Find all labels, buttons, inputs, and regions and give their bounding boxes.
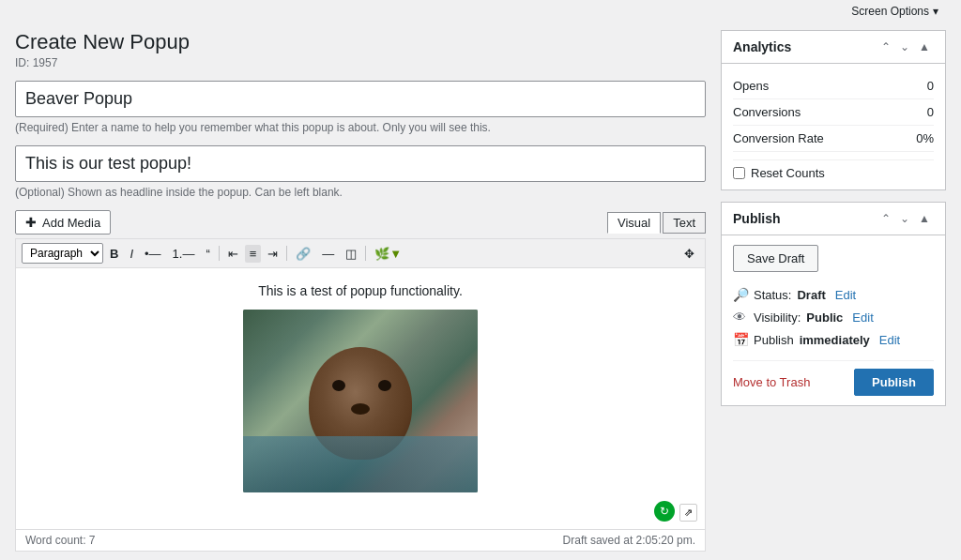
analytics-collapse-up-button[interactable]: ⌃ [877,38,894,55]
status-icon: 🔎 [733,287,748,302]
paragraph-select[interactable]: Paragraph [22,243,103,264]
screen-options-button[interactable]: Screen Options ▾ [844,3,946,20]
visibility-value: Public [806,310,843,325]
editor-area[interactable]: This is a test of popup functionality. ↻… [15,267,706,530]
tab-text[interactable]: Text [663,212,706,234]
publish-edit-link[interactable]: Edit [879,333,900,347]
conversion-rate-value: 0% [916,131,934,145]
analytics-conversion-rate-row: Conversion Rate 0% [733,126,934,152]
editor-footer: Word count: 7 Draft saved at 2:05:20 pm. [15,530,706,552]
word-count-label: Word count: [25,534,85,547]
draft-saved-notice: Draft saved at 2:05:20 pm. [563,534,695,547]
numbered-list-button[interactable]: 1.— [168,245,200,263]
analytics-box: Analytics ⌃ ⌄ ▲ Opens 0 Conversions 0 Co… [721,30,946,190]
sidebar-column: Analytics ⌃ ⌄ ▲ Opens 0 Conversions 0 Co… [721,30,946,552]
otter-water [243,436,478,492]
publish-title: Publish [733,211,781,226]
italic-button[interactable]: I [125,245,138,263]
schedule-icon: 📅 [733,332,748,347]
analytics-box-header: Analytics ⌃ ⌄ ▲ [722,31,945,64]
status-value: Draft [797,288,825,302]
publish-collapse-up-button[interactable]: ⌃ [877,210,894,227]
editor-content: This is a test of popup functionality. [31,283,690,298]
publish-schedule-row: 📅 Publish immediately Edit [733,328,934,351]
editor-expand-area: ⇗ [679,504,697,522]
refresh-icon[interactable]: ↻ [654,501,675,522]
visibility-label: Visibility: [754,310,801,325]
popup-headline-input[interactable] [15,145,706,182]
otter-nose [351,403,370,415]
opens-value: 0 [927,79,934,93]
tab-visual[interactable]: Visual [607,212,661,234]
analytics-conversions-row: Conversions 0 [733,99,934,126]
screen-options-label: Screen Options [851,5,929,18]
expand-button[interactable]: ✥ [679,245,699,263]
move-to-trash-link[interactable]: Move to Trash [733,375,810,389]
bullet-list-button[interactable]: •— [140,245,166,263]
word-count-value: 7 [89,534,96,547]
page-title: Create New Popup [15,30,706,54]
align-center-button[interactable]: ≡ [245,245,262,263]
reset-counts-row: Reset Counts [733,159,934,180]
publish-box-controls: ⌃ ⌄ ▲ [877,210,934,227]
otter-background [243,310,478,492]
plugin-button[interactable]: 🌿▼ [370,245,406,263]
publish-box: Publish ⌃ ⌄ ▲ Save Draft 🔎 Status: Draft… [721,202,946,406]
editor-toolbar-bar: ✚ Add Media Visual Text [15,210,706,235]
toolbar-divider-2 [286,246,287,261]
blockquote-button[interactable]: “ [201,245,214,263]
popup-name-input[interactable] [15,81,706,117]
name-field-hint: (Required) Enter a name to help you reme… [15,121,706,134]
toolbar-divider-1 [219,246,220,261]
visual-text-tabs: Visual Text [607,212,706,234]
align-right-button[interactable]: ⇥ [263,245,282,263]
editor-expand-button[interactable]: ⇗ [679,504,697,522]
link-button[interactable]: 🔗 [291,245,315,263]
headline-field-hint: (Optional) Shown as headline inside the … [15,186,706,199]
add-media-label: Add Media [42,216,100,230]
align-left-button[interactable]: ⇤ [223,245,243,263]
publish-button[interactable]: Publish [854,369,934,396]
page-id: ID: 1957 [15,56,706,69]
analytics-collapse-down-button[interactable]: ⌄ [896,38,913,55]
word-count-area: Word count: 7 [25,534,96,547]
status-label: Status: [754,288,791,302]
otter-image [243,310,478,492]
analytics-box-controls: ⌃ ⌄ ▲ [877,38,934,55]
publish-box-header: Publish ⌃ ⌄ ▲ [722,203,945,235]
analytics-box-body: Opens 0 Conversions 0 Conversion Rate 0%… [722,64,945,189]
otter-eye-right [378,380,391,391]
top-bar: Screen Options ▾ [0,0,961,23]
analytics-toggle-button[interactable]: ▲ [915,38,934,55]
otter-eye-left [332,380,345,391]
page-wrapper: Create New Popup ID: 1957 (Required) Ent… [0,23,961,560]
screen-options-arrow: ▾ [933,5,938,18]
add-media-icon: ✚ [25,215,37,230]
publish-visibility-row: 👁 Visibility: Public Edit [733,306,934,328]
publish-status-row: 🔎 Status: Draft Edit [733,283,934,306]
toolbar-divider-3 [365,246,366,261]
analytics-opens-row: Opens 0 [733,73,934,99]
bold-button[interactable]: B [105,245,123,263]
table-button[interactable]: ◫ [341,245,361,263]
publish-footer: Move to Trash Publish [733,360,934,396]
publish-box-body: Save Draft 🔎 Status: Draft Edit 👁 Visibi… [722,235,945,405]
conversion-rate-label: Conversion Rate [733,131,824,145]
visibility-icon: 👁 [733,310,748,325]
editor-toolbar: Paragraph B I •— 1.— “ ⇤ ≡ ⇥ 🔗 ― ◫ 🌿▼ ✥ [15,238,706,267]
opens-label: Opens [733,79,769,93]
save-draft-button[interactable]: Save Draft [733,245,818,272]
reset-counts-label: Reset Counts [751,166,825,180]
publish-label: Publish [754,333,794,347]
publish-toggle-button[interactable]: ▲ [915,210,934,227]
publish-value: immediately [800,333,870,347]
add-media-button[interactable]: ✚ Add Media [15,210,111,235]
status-edit-link[interactable]: Edit [835,288,856,302]
visibility-edit-link[interactable]: Edit [852,310,873,325]
main-column: Create New Popup ID: 1957 (Required) Ent… [15,30,706,552]
publish-collapse-down-button[interactable]: ⌄ [896,210,913,227]
hr-button[interactable]: ― [317,245,339,263]
analytics-title: Analytics [733,39,791,54]
reset-counts-checkbox[interactable] [733,167,745,179]
conversions-label: Conversions [733,105,801,119]
